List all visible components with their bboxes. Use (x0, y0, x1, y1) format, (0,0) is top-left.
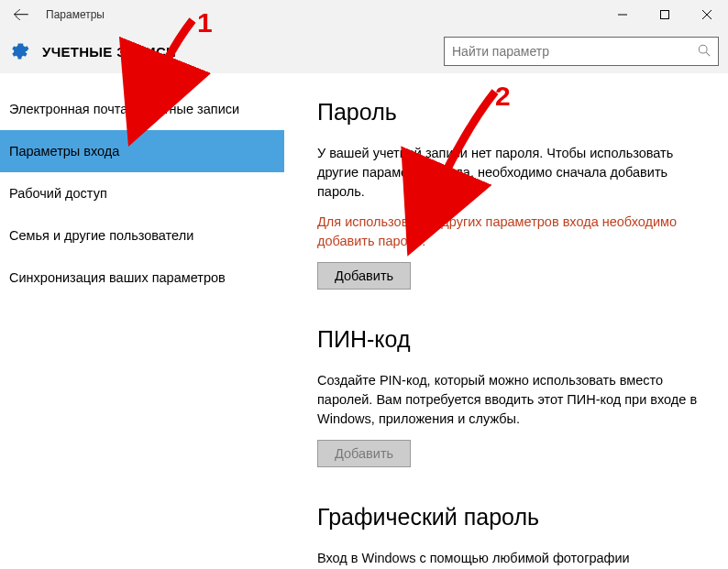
svg-line-5 (706, 52, 710, 56)
minimize-button[interactable] (601, 0, 644, 29)
window-title: Параметры (46, 8, 105, 21)
back-button[interactable]: 🡠 (7, 5, 35, 25)
add-pin-button: Добавить (317, 440, 411, 467)
sidebar-item-family[interactable]: Семья и другие пользователи (0, 214, 284, 257)
section-text-pin: Создайте PIN-код, который можно использо… (317, 371, 708, 429)
header: УЧЕТНЫЕ ЗАПИСИ (0, 29, 728, 73)
maximize-button[interactable] (644, 0, 686, 29)
search-box[interactable] (444, 37, 719, 66)
section-text-picture-password: Вход в Windows с помощью любимой фотогра… (317, 549, 708, 568)
page-title: УЧЕТНЫЕ ЗАПИСИ (42, 44, 176, 60)
sidebar-item-label: Семья и другие пользователи (9, 228, 193, 243)
svg-point-4 (699, 45, 707, 53)
add-password-button[interactable]: Добавить (317, 262, 411, 290)
search-input[interactable] (452, 44, 698, 59)
sidebar-item-email[interactable]: Электронная почта и учетные записи (0, 88, 284, 130)
sidebar-item-signin-options[interactable]: Параметры входа (0, 130, 284, 172)
sidebar-item-label: Параметры входа (9, 144, 119, 159)
sidebar-item-sync[interactable]: Синхронизация ваших параметров (0, 257, 284, 299)
close-button[interactable] (686, 0, 728, 29)
sidebar-item-work-access[interactable]: Рабочий доступ (0, 172, 284, 214)
sidebar-item-label: Электронная почта и учетные записи (9, 102, 239, 116)
titlebar: 🡠 Параметры (0, 0, 728, 29)
window-controls (601, 0, 728, 29)
search-icon (698, 44, 711, 60)
sidebar-item-label: Синхронизация ваших параметров (9, 270, 226, 285)
section-text-password: У вашей учетной записи нет пароля. Чтобы… (317, 144, 708, 202)
section-warning-password: Для использования других параметров вход… (317, 213, 708, 251)
gear-icon (9, 41, 29, 61)
section-title-pin: ПИН-код (317, 326, 708, 353)
sidebar: Электронная почта и учетные записи Парам… (0, 73, 284, 569)
sidebar-item-label: Рабочий доступ (9, 186, 107, 201)
content: Пароль У вашей учетной записи нет пароля… (284, 73, 728, 569)
svg-rect-1 (661, 11, 669, 19)
section-title-picture-password: Графический пароль (317, 504, 708, 531)
section-title-password: Пароль (317, 99, 708, 126)
